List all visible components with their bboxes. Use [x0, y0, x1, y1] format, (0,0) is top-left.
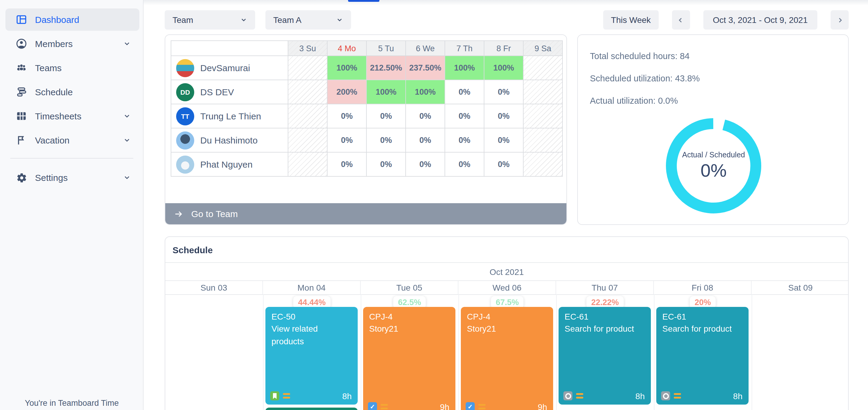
member-name: DevSamurai	[200, 63, 250, 73]
column-divider	[654, 294, 654, 410]
event-card[interactable]: EC-61 Search for product 8h	[656, 307, 749, 405]
team-select[interactable]: Team A	[266, 10, 351, 30]
member-name: Du Hashimoto	[200, 135, 257, 145]
event-hours: 8h	[342, 391, 352, 401]
value-cell	[524, 153, 563, 177]
sidebar-item-label: Schedule	[35, 87, 73, 97]
schedule-title: Schedule	[173, 237, 213, 262]
value-cell	[524, 104, 563, 128]
avatar: DD	[176, 83, 194, 101]
sidebar-item-label: Teams	[35, 63, 62, 73]
chevron-down-icon	[123, 112, 131, 120]
schedule-day-header-row: Sun 03 Mon 04 Tue 05 Wed 06 Thu 07 Fri 0…	[165, 280, 848, 295]
bookmark-icon	[270, 391, 279, 400]
sidebar-footer-note: You're in Teamboard Time	[0, 399, 144, 408]
value-cell: 100%	[328, 56, 367, 80]
donut-value: 0%	[701, 160, 727, 181]
value-cell	[524, 56, 563, 80]
value-cell: 0%	[328, 128, 367, 153]
table-row[interactable]: DevSamurai 100% 212.50% 237.50% 100% 100…	[171, 56, 563, 80]
value-cell: 0%	[406, 104, 445, 128]
check-icon: ✓	[466, 402, 475, 410]
event-icons	[563, 391, 583, 400]
utilization-donut-chart: Actual / Scheduled 0%	[662, 115, 765, 217]
utilization-table: 3 Su 4 Mo 5 Tu 6 We 7 Th 8 Fr 9 Sa DevSa…	[171, 40, 563, 177]
column-divider	[263, 294, 264, 410]
scheduled-utilization: Scheduled utilization: 43.8%	[590, 73, 700, 83]
sidebar-item-teams[interactable]: Teams	[5, 57, 140, 79]
event-hours: 8h	[636, 391, 645, 401]
day-header: 3 Su	[288, 41, 328, 56]
schedule-day-header: Thu 07	[556, 281, 654, 294]
value-cell: 100%	[484, 56, 524, 80]
sidebar-item-label: Settings	[35, 172, 67, 183]
value-cell: 0%	[367, 128, 406, 153]
event-title: Story21	[369, 323, 450, 335]
event-hours: 8h	[733, 391, 743, 401]
sidebar-item-label: Members	[35, 39, 73, 49]
event-title: View related products	[272, 323, 352, 347]
event-card[interactable]: CPJ-4 Story21 ✓ 9h	[461, 307, 553, 410]
schedule-day-header: Sun 03	[165, 281, 263, 294]
go-to-team-label: Go to Team	[191, 209, 238, 219]
table-row[interactable]: Phat Nguyen 0% 0% 0% 0% 0%	[171, 153, 563, 177]
sidebar-item-label: Timesheets	[35, 111, 82, 121]
event-hours: 9h	[440, 402, 450, 410]
sidebar-item-settings[interactable]: Settings	[5, 166, 140, 189]
lines-icon	[478, 404, 486, 409]
schedule-day-header: Tue 05	[361, 281, 459, 294]
sidebar-divider	[10, 158, 133, 159]
corner-cell	[171, 41, 288, 56]
value-cell: 0%	[406, 128, 445, 153]
value-cell	[524, 80, 563, 104]
event-key: EC-61	[565, 311, 645, 323]
event-icons	[661, 391, 681, 400]
utilization-summary-card: Total scheduled hours: 84 Scheduled util…	[577, 34, 849, 225]
sidebar-item-vacation[interactable]: Vacation	[5, 129, 140, 151]
go-to-team-button[interactable]: Go to Team	[165, 203, 566, 224]
date-range-button[interactable]: Oct 3, 2021 - Oct 9, 2021	[703, 10, 817, 30]
next-week-button[interactable]	[831, 10, 849, 30]
event-title: Search for product	[662, 323, 743, 335]
lines-icon	[674, 393, 681, 399]
avatar	[176, 131, 194, 149]
dashboard-icon	[16, 14, 27, 25]
schedule-icon	[16, 86, 27, 98]
value-cell: 0%	[367, 153, 406, 177]
event-card-partial[interactable]	[266, 408, 358, 410]
sidebar-item-label: Vacation	[35, 135, 70, 145]
value-cell: 0%	[328, 153, 367, 177]
event-card[interactable]: CPJ-4 Story21 ✓ 9h	[363, 307, 456, 410]
table-row[interactable]: Du Hashimoto 0% 0% 0% 0% 0%	[171, 128, 563, 153]
status-circle-icon	[661, 391, 670, 400]
sidebar: Dashboard Members Teams Schedule	[0, 0, 144, 410]
vacation-flag-icon	[16, 134, 27, 146]
day-header: 5 Tu	[367, 41, 406, 56]
event-card[interactable]: EC-61 Search for product 8h	[559, 307, 651, 405]
sidebar-item-dashboard[interactable]: Dashboard	[5, 8, 140, 31]
active-tab-indicator	[348, 0, 379, 2]
check-icon: ✓	[368, 402, 377, 410]
schedule-day-header: Sat 09	[752, 281, 849, 294]
value-cell	[288, 128, 328, 153]
event-title: Search for product	[565, 323, 645, 335]
day-header: 6 We	[406, 41, 445, 56]
sidebar-item-timesheets[interactable]: Timesheets	[5, 105, 140, 127]
sidebar-item-schedule[interactable]: Schedule	[5, 81, 140, 103]
status-circle-icon	[563, 391, 572, 400]
top-hairline	[144, 0, 868, 5]
sidebar-item-members[interactable]: Members	[5, 33, 140, 55]
prev-week-button[interactable]	[672, 10, 690, 30]
day-header: 8 Fr	[484, 41, 524, 56]
schedule-day-header: Wed 06	[459, 281, 556, 294]
team-filter-select[interactable]: Team	[165, 10, 255, 30]
table-row[interactable]: DD DS DEV 200% 100% 100% 0% 0%	[171, 80, 563, 104]
value-cell: 0%	[406, 153, 445, 177]
team-select-value: Team A	[273, 15, 301, 25]
event-card[interactable]: EC-50 View related products 8h	[266, 307, 358, 405]
value-cell: 0%	[484, 104, 524, 128]
this-week-button[interactable]: This Week	[603, 10, 659, 30]
dashboard-page: Dashboard Members Teams Schedule	[0, 0, 868, 410]
table-row[interactable]: TT Trung Le Thien 0% 0% 0% 0% 0%	[171, 104, 563, 128]
column-divider	[556, 294, 557, 410]
